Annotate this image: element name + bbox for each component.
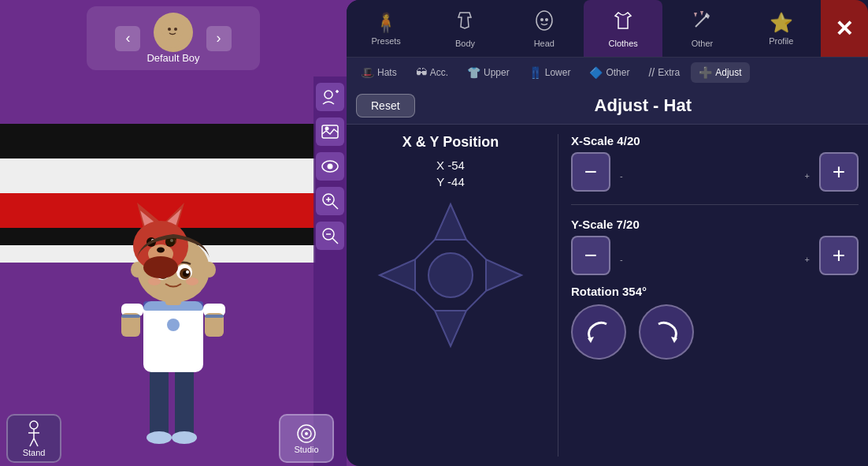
svg-rect-15 bbox=[121, 315, 140, 318]
prev-character-button[interactable]: ‹ bbox=[115, 26, 140, 51]
svg-point-0 bbox=[161, 18, 184, 40]
x-scale-plus-button[interactable]: + bbox=[819, 152, 859, 192]
scene-area bbox=[0, 76, 347, 466]
divider-2 bbox=[571, 204, 859, 205]
x-scale-max-label: + bbox=[805, 171, 810, 181]
svg-marker-72 bbox=[700, 11, 703, 16]
character-selector: ‹ Default Boy › bbox=[87, 6, 260, 70]
svg-point-68 bbox=[545, 18, 548, 21]
y-scale-labels: - + bbox=[620, 255, 810, 264]
body-icon bbox=[454, 9, 476, 36]
sub-tab-other-label: Other bbox=[606, 67, 629, 78]
svg-point-41 bbox=[143, 256, 178, 278]
svg-point-42 bbox=[131, 262, 143, 278]
extra-icon: // bbox=[648, 66, 655, 79]
sub-tab-hats[interactable]: 🎩 Hats bbox=[353, 62, 405, 83]
sub-tab-extra-label: Extra bbox=[658, 67, 680, 78]
right-panel: 🧍 Presets Body Head bbox=[347, 0, 868, 466]
tab-presets[interactable]: 🧍 Presets bbox=[347, 0, 425, 57]
sub-tab-lower-label: Lower bbox=[545, 67, 571, 78]
tab-other[interactable]: Other bbox=[662, 0, 741, 57]
x-scale-label: X-Scale 4/20 bbox=[571, 134, 859, 147]
rotation-section: Rotation 354° bbox=[571, 285, 859, 360]
sub-tab-upper[interactable]: 👕 Upper bbox=[459, 62, 517, 83]
tab-clothes[interactable]: Clothes bbox=[584, 0, 662, 57]
joystick[interactable] bbox=[372, 196, 529, 354]
svg-point-26 bbox=[186, 270, 189, 274]
x-scale-buttons: − - + + bbox=[571, 152, 859, 192]
svg-line-61 bbox=[30, 438, 34, 446]
svg-line-78 bbox=[415, 240, 435, 259]
controls-main: X & Y Position X -54 Y -44 bbox=[347, 125, 868, 466]
add-character-button[interactable] bbox=[316, 83, 344, 111]
svg-line-52 bbox=[332, 203, 338, 209]
tab-body[interactable]: Body bbox=[425, 0, 504, 57]
profile-icon: ⭐ bbox=[770, 12, 793, 34]
sub-tab-other[interactable]: 🔷 Other bbox=[581, 62, 637, 83]
sub-tab-adjust[interactable]: ➕ Adjust bbox=[691, 62, 749, 83]
svg-marker-76 bbox=[486, 259, 521, 291]
tab-profile[interactable]: ⭐ Profile bbox=[742, 0, 821, 57]
sub-nav: 🎩 Hats 🕶 Acc. 👕 Upper 👖 Lower 🔷 Other //… bbox=[347, 58, 868, 88]
rotate-ccw-button[interactable] bbox=[571, 304, 626, 360]
svg-line-80 bbox=[415, 291, 435, 311]
tab-head[interactable]: Head bbox=[505, 0, 584, 57]
studio-label: Studio bbox=[294, 445, 318, 454]
sub-tab-acc[interactable]: 🕶 Acc. bbox=[408, 62, 456, 83]
y-scale-plus-button[interactable]: + bbox=[819, 236, 859, 275]
svg-point-50 bbox=[328, 164, 333, 170]
x-scale-labels: - + bbox=[620, 171, 810, 181]
zoom-out-button[interactable] bbox=[316, 222, 344, 250]
stand-button[interactable]: Stand bbox=[6, 414, 61, 463]
sub-tab-lower[interactable]: 👖 Lower bbox=[521, 62, 579, 83]
tab-body-label: Body bbox=[455, 39, 475, 48]
zoom-in-button[interactable] bbox=[316, 187, 344, 215]
tab-presets-label: Presets bbox=[372, 36, 401, 46]
svg-point-66 bbox=[536, 11, 552, 30]
svg-line-56 bbox=[332, 238, 338, 244]
background-button[interactable] bbox=[316, 117, 344, 146]
svg-point-3 bbox=[174, 28, 177, 31]
svg-point-48 bbox=[325, 127, 329, 131]
svg-point-1 bbox=[165, 39, 180, 48]
y-value: Y -44 bbox=[436, 173, 465, 190]
svg-marker-71 bbox=[694, 13, 697, 17]
adjust-icon: ➕ bbox=[699, 66, 712, 79]
x-value: X -54 bbox=[436, 157, 465, 173]
y-scale-minus-button[interactable]: − bbox=[571, 236, 610, 275]
stripe-1 bbox=[0, 124, 315, 158]
joystick-section: X & Y Position X -54 Y -44 bbox=[356, 134, 545, 457]
rotate-cw-button[interactable] bbox=[639, 304, 694, 360]
x-scale-minus-button[interactable]: − bbox=[571, 152, 610, 192]
y-scale-min-label: - bbox=[620, 255, 623, 264]
svg-point-67 bbox=[540, 18, 543, 21]
stand-label: Stand bbox=[23, 448, 46, 457]
sub-tab-hats-label: Hats bbox=[377, 67, 397, 78]
character-name: Default Boy bbox=[147, 52, 199, 64]
svg-rect-8 bbox=[143, 301, 203, 372]
y-scale-buttons: − - + + bbox=[571, 236, 859, 275]
divider-1 bbox=[558, 134, 558, 457]
close-button[interactable]: ✕ bbox=[821, 0, 868, 57]
tab-head-label: Head bbox=[534, 39, 555, 48]
sub-tab-adjust-label: Adjust bbox=[715, 67, 741, 78]
adjust-title: Adjust - Hat bbox=[428, 95, 859, 116]
next-character-button[interactable]: › bbox=[206, 26, 232, 51]
sub-tab-extra[interactable]: // Extra bbox=[640, 62, 688, 83]
svg-point-28 bbox=[186, 278, 198, 285]
svg-point-58 bbox=[30, 421, 38, 429]
svg-point-65 bbox=[305, 432, 308, 435]
svg-marker-74 bbox=[435, 311, 466, 346]
sub-tab-acc-label: Acc. bbox=[430, 67, 448, 78]
svg-point-10 bbox=[167, 319, 180, 331]
rotation-buttons bbox=[571, 304, 859, 360]
top-nav: 🧍 Presets Body Head bbox=[347, 0, 868, 58]
y-scale-max-label: + bbox=[805, 255, 810, 264]
other-icon bbox=[691, 9, 713, 36]
upper-icon: 👕 bbox=[467, 66, 480, 79]
sub-tab-upper-label: Upper bbox=[484, 67, 510, 78]
svg-line-79 bbox=[466, 240, 486, 259]
reset-button[interactable]: Reset bbox=[356, 94, 415, 117]
visibility-button[interactable] bbox=[316, 152, 344, 181]
studio-button[interactable]: Studio bbox=[279, 414, 334, 463]
